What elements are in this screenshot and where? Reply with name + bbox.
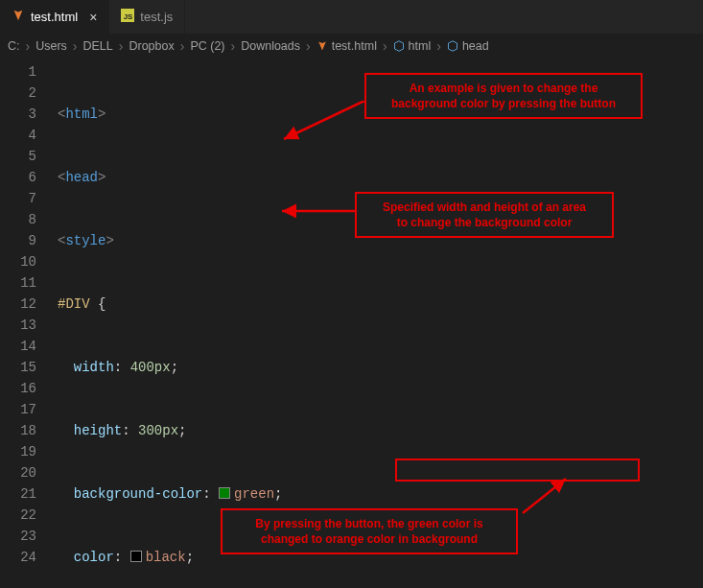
editor-tabs: test.html × JS test.js xyxy=(0,0,703,35)
html-file-icon xyxy=(12,9,25,25)
close-icon[interactable]: × xyxy=(89,10,97,25)
line-number: 8 xyxy=(0,209,36,230)
tab-label: test.html xyxy=(31,10,78,24)
html-file-icon xyxy=(316,40,328,52)
line-number: 4 xyxy=(0,125,36,146)
line-number: 11 xyxy=(0,272,36,294)
color-swatch-icon xyxy=(219,487,230,499)
line-number: 13 xyxy=(0,315,36,336)
breadcrumb-segment[interactable]: Dropbox xyxy=(129,39,174,53)
chevron-right-icon: › xyxy=(383,38,387,54)
chevron-right-icon: › xyxy=(231,38,236,54)
breadcrumb-segment[interactable]: DELL xyxy=(83,39,113,53)
line-number: 23 xyxy=(0,526,36,547)
line-number: 17 xyxy=(0,399,36,420)
tab-test-js[interactable]: JS test.js xyxy=(109,0,185,34)
line-number: 10 xyxy=(0,251,36,272)
line-number: 16 xyxy=(0,378,36,399)
code-area[interactable]: <html> <head> <style> #DIV { width: 400p… xyxy=(48,58,703,588)
line-number: 19 xyxy=(0,441,36,462)
chevron-right-icon: › xyxy=(180,38,185,54)
line-number: 7 xyxy=(0,188,36,209)
breadcrumb-segment[interactable]: head xyxy=(447,39,489,53)
line-number: 1 xyxy=(0,61,36,82)
breadcrumb: C:› Users› DELL› Dropbox› PC (2)› Downlo… xyxy=(0,35,703,58)
color-swatch-icon xyxy=(130,551,142,562)
breadcrumb-segment[interactable]: html xyxy=(393,39,432,53)
chevron-right-icon: › xyxy=(436,38,441,54)
line-number: 20 xyxy=(0,462,36,483)
line-gutter: 1 2 3 4 5 6 7 8 9 10 11 12 13 14 15 16 1… xyxy=(0,58,48,588)
line-number: 5 xyxy=(0,146,36,167)
breadcrumb-segment[interactable]: Users xyxy=(35,39,67,53)
breadcrumb-segment[interactable]: C: xyxy=(8,39,20,53)
line-number: 12 xyxy=(0,294,36,315)
line-number: 22 xyxy=(0,505,36,526)
line-number: 24 xyxy=(0,547,36,568)
svg-text:JS: JS xyxy=(124,12,133,21)
chevron-right-icon: › xyxy=(26,38,31,54)
line-number: 9 xyxy=(0,230,36,251)
line-number: 14 xyxy=(0,336,36,357)
annotation-highlight xyxy=(395,459,640,482)
breadcrumb-segment[interactable]: test.html xyxy=(316,39,377,53)
line-number: 15 xyxy=(0,357,36,378)
line-number: 3 xyxy=(0,104,36,125)
line-number: 6 xyxy=(0,167,36,188)
line-number: 2 xyxy=(0,82,36,104)
arrow-icon xyxy=(276,201,363,221)
cube-icon xyxy=(447,40,458,52)
line-number: 18 xyxy=(0,420,36,441)
breadcrumb-segment[interactable]: PC (2) xyxy=(190,39,224,53)
cube-icon xyxy=(393,40,405,52)
chevron-right-icon: › xyxy=(119,38,124,54)
tab-test-html[interactable]: test.html × xyxy=(0,0,109,34)
line-number: 21 xyxy=(0,483,36,505)
breadcrumb-segment[interactable]: Downloads xyxy=(241,39,300,53)
js-file-icon: JS xyxy=(121,9,134,25)
tab-label: test.js xyxy=(140,10,173,24)
chevron-right-icon: › xyxy=(306,38,311,54)
chevron-right-icon: › xyxy=(73,38,78,54)
code-editor[interactable]: 1 2 3 4 5 6 7 8 9 10 11 12 13 14 15 16 1… xyxy=(0,58,703,588)
